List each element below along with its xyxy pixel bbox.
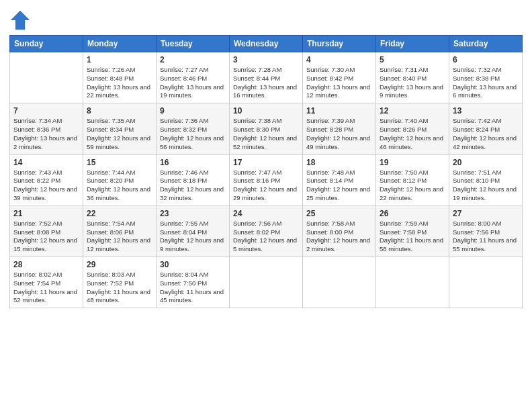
day-info: Sunrise: 8:03 AM Sunset: 7:52 PM Dayligh…: [87, 271, 152, 305]
calendar-cell: 5Sunrise: 7:31 AM Sunset: 8:40 PM Daylig…: [376, 52, 449, 103]
calendar-header-thursday: Thursday: [303, 36, 376, 52]
calendar-cell: [230, 257, 303, 308]
calendar-header-tuesday: Tuesday: [157, 36, 230, 52]
calendar-cell: 10Sunrise: 7:38 AM Sunset: 8:30 PM Dayli…: [230, 103, 303, 154]
day-number: 6: [453, 55, 519, 64]
calendar-cell: 15Sunrise: 7:44 AM Sunset: 8:20 PM Dayli…: [83, 154, 157, 205]
day-info: Sunrise: 7:38 AM Sunset: 8:30 PM Dayligh…: [233, 117, 299, 151]
calendar-cell: 25Sunrise: 7:58 AM Sunset: 8:00 PM Dayli…: [303, 205, 376, 257]
calendar-cell: 4Sunrise: 7:30 AM Sunset: 8:42 PM Daylig…: [303, 52, 376, 103]
calendar-cell: 19Sunrise: 7:50 AM Sunset: 8:12 PM Dayli…: [376, 154, 449, 205]
day-number: 3: [233, 55, 299, 64]
calendar-cell: 26Sunrise: 7:59 AM Sunset: 7:58 PM Dayli…: [376, 205, 449, 257]
calendar-cell: 28Sunrise: 8:02 AM Sunset: 7:54 PM Dayli…: [10, 257, 83, 308]
day-info: Sunrise: 7:32 AM Sunset: 8:38 PM Dayligh…: [453, 66, 519, 100]
day-number: 20: [453, 158, 519, 167]
calendar-cell: 11Sunrise: 7:39 AM Sunset: 8:28 PM Dayli…: [303, 103, 376, 154]
calendar-header-sunday: Sunday: [10, 36, 83, 52]
day-info: Sunrise: 7:34 AM Sunset: 8:36 PM Dayligh…: [13, 117, 79, 151]
calendar-cell: 27Sunrise: 8:00 AM Sunset: 7:56 PM Dayli…: [449, 205, 523, 257]
day-number: 15: [87, 158, 152, 167]
day-info: Sunrise: 7:58 AM Sunset: 8:00 PM Dayligh…: [306, 220, 372, 254]
calendar-cell: [10, 52, 83, 103]
day-number: 9: [160, 106, 226, 116]
calendar-cell: 24Sunrise: 7:56 AM Sunset: 8:02 PM Dayli…: [230, 205, 303, 257]
calendar-cell: 13Sunrise: 7:42 AM Sunset: 8:24 PM Dayli…: [449, 103, 523, 154]
calendar-week-3: 21Sunrise: 7:52 AM Sunset: 8:08 PM Dayli…: [10, 205, 523, 257]
header: [9, 7, 523, 31]
day-number: 19: [380, 158, 445, 167]
day-info: Sunrise: 7:44 AM Sunset: 8:20 PM Dayligh…: [87, 169, 152, 203]
day-number: 25: [306, 209, 372, 218]
day-info: Sunrise: 7:43 AM Sunset: 8:22 PM Dayligh…: [13, 169, 79, 203]
calendar-cell: 16Sunrise: 7:46 AM Sunset: 8:18 PM Dayli…: [157, 154, 230, 205]
day-info: Sunrise: 7:39 AM Sunset: 8:28 PM Dayligh…: [306, 117, 372, 151]
day-info: Sunrise: 7:47 AM Sunset: 8:16 PM Dayligh…: [233, 169, 299, 203]
day-info: Sunrise: 7:31 AM Sunset: 8:40 PM Dayligh…: [380, 66, 445, 100]
day-number: 8: [87, 106, 152, 116]
day-number: 27: [453, 209, 519, 218]
calendar-cell: 17Sunrise: 7:47 AM Sunset: 8:16 PM Dayli…: [230, 154, 303, 205]
calendar-header-monday: Monday: [83, 36, 157, 52]
day-info: Sunrise: 7:50 AM Sunset: 8:12 PM Dayligh…: [380, 169, 445, 203]
day-number: 4: [306, 55, 372, 64]
svg-marker-0: [11, 11, 30, 30]
day-number: 29: [87, 260, 152, 269]
day-number: 10: [233, 106, 299, 116]
day-number: 18: [306, 158, 372, 167]
calendar-body: 1Sunrise: 7:26 AM Sunset: 8:48 PM Daylig…: [10, 52, 523, 308]
day-info: Sunrise: 7:35 AM Sunset: 8:34 PM Dayligh…: [87, 117, 152, 151]
day-info: Sunrise: 7:51 AM Sunset: 8:10 PM Dayligh…: [453, 169, 519, 203]
calendar-cell: 20Sunrise: 7:51 AM Sunset: 8:10 PM Dayli…: [449, 154, 523, 205]
day-number: 1: [87, 55, 152, 64]
calendar-cell: 14Sunrise: 7:43 AM Sunset: 8:22 PM Dayli…: [10, 154, 83, 205]
calendar-cell: 9Sunrise: 7:36 AM Sunset: 8:32 PM Daylig…: [157, 103, 230, 154]
day-number: 21: [13, 209, 79, 218]
day-info: Sunrise: 7:36 AM Sunset: 8:32 PM Dayligh…: [160, 117, 226, 151]
calendar-week-1: 7Sunrise: 7:34 AM Sunset: 8:36 PM Daylig…: [10, 103, 523, 154]
calendar-cell: 3Sunrise: 7:28 AM Sunset: 8:44 PM Daylig…: [230, 52, 303, 103]
logo-icon: [9, 9, 31, 31]
day-number: 23: [160, 209, 226, 218]
day-number: 26: [380, 209, 445, 218]
day-info: Sunrise: 8:00 AM Sunset: 7:56 PM Dayligh…: [453, 220, 519, 254]
day-number: 7: [13, 106, 79, 116]
day-number: 13: [453, 106, 519, 116]
day-info: Sunrise: 7:40 AM Sunset: 8:26 PM Dayligh…: [380, 117, 445, 151]
calendar-week-0: 1Sunrise: 7:26 AM Sunset: 8:48 PM Daylig…: [10, 52, 523, 103]
day-number: 5: [380, 55, 445, 64]
day-info: Sunrise: 7:42 AM Sunset: 8:24 PM Dayligh…: [453, 117, 519, 151]
day-info: Sunrise: 7:59 AM Sunset: 7:58 PM Dayligh…: [380, 220, 445, 254]
calendar-header-saturday: Saturday: [449, 36, 523, 52]
logo: [9, 9, 34, 31]
day-number: 28: [13, 260, 79, 269]
calendar-header-wednesday: Wednesday: [230, 36, 303, 52]
calendar-cell: 1Sunrise: 7:26 AM Sunset: 8:48 PM Daylig…: [83, 52, 157, 103]
day-info: Sunrise: 7:55 AM Sunset: 8:04 PM Dayligh…: [160, 220, 226, 254]
day-info: Sunrise: 7:46 AM Sunset: 8:18 PM Dayligh…: [160, 169, 226, 203]
day-info: Sunrise: 7:56 AM Sunset: 8:02 PM Dayligh…: [233, 220, 299, 254]
calendar-cell: 29Sunrise: 8:03 AM Sunset: 7:52 PM Dayli…: [83, 257, 157, 308]
calendar-cell: 6Sunrise: 7:32 AM Sunset: 8:38 PM Daylig…: [449, 52, 523, 103]
calendar-cell: 23Sunrise: 7:55 AM Sunset: 8:04 PM Dayli…: [157, 205, 230, 257]
calendar-cell: 8Sunrise: 7:35 AM Sunset: 8:34 PM Daylig…: [83, 103, 157, 154]
day-number: 17: [233, 158, 299, 167]
calendar-cell: 30Sunrise: 8:04 AM Sunset: 7:50 PM Dayli…: [157, 257, 230, 308]
calendar-header-friday: Friday: [376, 36, 449, 52]
calendar-cell: [376, 257, 449, 308]
day-info: Sunrise: 7:48 AM Sunset: 8:14 PM Dayligh…: [306, 169, 372, 203]
day-info: Sunrise: 7:54 AM Sunset: 8:06 PM Dayligh…: [87, 220, 152, 254]
calendar-cell: 18Sunrise: 7:48 AM Sunset: 8:14 PM Dayli…: [303, 154, 376, 205]
day-number: 24: [233, 209, 299, 218]
day-number: 12: [380, 106, 445, 116]
calendar-cell: [449, 257, 523, 308]
day-number: 2: [160, 55, 226, 64]
calendar-cell: 22Sunrise: 7:54 AM Sunset: 8:06 PM Dayli…: [83, 205, 157, 257]
day-info: Sunrise: 7:26 AM Sunset: 8:48 PM Dayligh…: [87, 66, 152, 100]
calendar-cell: 12Sunrise: 7:40 AM Sunset: 8:26 PM Dayli…: [376, 103, 449, 154]
day-number: 30: [160, 260, 226, 269]
day-info: Sunrise: 8:02 AM Sunset: 7:54 PM Dayligh…: [13, 271, 79, 305]
day-info: Sunrise: 7:28 AM Sunset: 8:44 PM Dayligh…: [233, 66, 299, 100]
day-info: Sunrise: 7:30 AM Sunset: 8:42 PM Dayligh…: [306, 66, 372, 100]
calendar-week-2: 14Sunrise: 7:43 AM Sunset: 8:22 PM Dayli…: [10, 154, 523, 205]
